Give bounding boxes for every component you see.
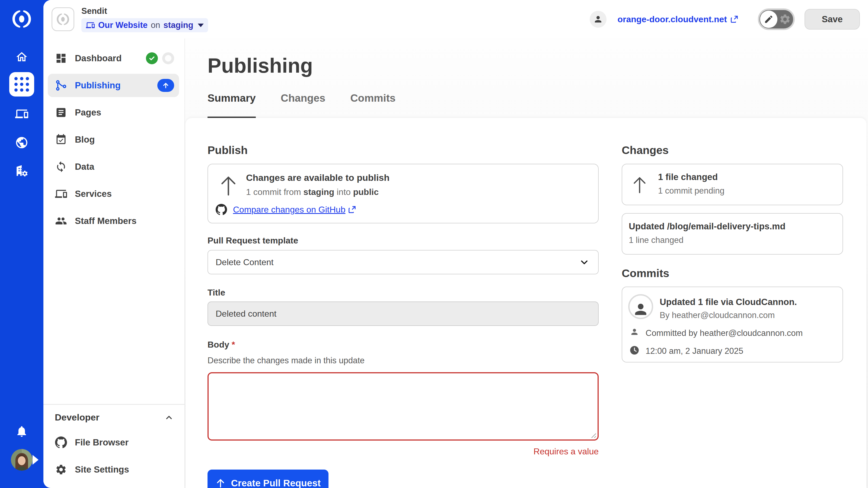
body-error-message: Requires a value bbox=[533, 447, 599, 457]
site-logo-badge bbox=[52, 7, 74, 31]
tab-summary[interactable]: Summary bbox=[208, 92, 256, 119]
developer-section-toggle[interactable]: Developer bbox=[55, 412, 174, 423]
person-icon bbox=[593, 14, 603, 24]
tab-changes[interactable]: Changes bbox=[281, 92, 326, 119]
publish-available-badge bbox=[157, 79, 174, 92]
pencil-icon bbox=[760, 10, 777, 28]
services-icon bbox=[55, 188, 67, 200]
chevron-right-icon[interactable] bbox=[33, 455, 38, 465]
commit-title: Updated 1 file via CloudCannon. bbox=[660, 297, 797, 307]
changed-file-card[interactable]: Updated /blog/email-delivery-tips.md 1 l… bbox=[622, 213, 843, 255]
sidebar-item-label: Blog bbox=[75, 134, 95, 145]
changes-heading: Changes bbox=[622, 144, 669, 157]
site-nav: Dashboard Publishing bbox=[43, 38, 185, 488]
publish-status-card: Changes are available to publish 1 commi… bbox=[208, 164, 599, 223]
body-label: Body * bbox=[208, 340, 235, 350]
up-arrow-icon bbox=[220, 174, 237, 197]
committed-by-text: Committed by heather@cloudcannon.com bbox=[646, 328, 803, 338]
external-link-icon bbox=[730, 15, 738, 23]
viewer-presence-avatar[interactable] bbox=[590, 11, 607, 28]
sidebar-item-label: Site Settings bbox=[75, 464, 129, 475]
globe-icon[interactable] bbox=[15, 136, 29, 150]
sidebar-item-staff-members[interactable]: Staff Members bbox=[48, 209, 179, 233]
sidebar-item-label: Publishing bbox=[75, 80, 121, 91]
apps-grid-icon[interactable] bbox=[9, 72, 34, 97]
sidebar-item-site-settings[interactable]: Site Settings bbox=[48, 458, 179, 481]
changed-file-title: Updated /blog/email-delivery-tips.md bbox=[629, 221, 785, 231]
chevron-down-icon bbox=[580, 258, 589, 267]
compare-changes-link[interactable]: Compare changes on GitHub bbox=[233, 205, 356, 215]
pages-icon bbox=[55, 106, 67, 119]
person-icon bbox=[630, 327, 639, 336]
company-settings-icon[interactable] bbox=[14, 164, 29, 177]
sidebar-item-blog[interactable]: Blog bbox=[48, 128, 179, 151]
chevron-up-icon bbox=[164, 413, 174, 422]
main-content: Publishing Summary Changes Commits Publi… bbox=[185, 38, 868, 488]
commit-author-avatar bbox=[628, 294, 653, 319]
page-title: Publishing bbox=[208, 54, 313, 77]
home-icon[interactable] bbox=[15, 51, 28, 63]
up-arrow-icon bbox=[632, 172, 647, 197]
site-logo-icon bbox=[56, 13, 70, 26]
top-bar: Sendit Our Website on staging orange-doo… bbox=[43, 0, 868, 38]
compare-changes-label: Compare changes on GitHub bbox=[233, 205, 345, 215]
sidebar-item-dashboard[interactable]: Dashboard bbox=[48, 46, 179, 70]
site-branch-selector[interactable]: Our Website on staging bbox=[82, 18, 208, 32]
summary-panel: Publish Changes are available to publish… bbox=[186, 118, 866, 488]
devices-icon[interactable] bbox=[14, 107, 29, 120]
body-textarea[interactable] bbox=[208, 372, 599, 441]
title-input-value: Deleted content bbox=[216, 309, 276, 319]
commit-author: By heather@cloudcannon.com bbox=[660, 311, 775, 320]
pending-ring-badge bbox=[162, 52, 174, 64]
tab-bar: Summary Changes Commits bbox=[208, 92, 396, 119]
sidebar-divider bbox=[43, 404, 184, 405]
gear-icon bbox=[55, 463, 67, 476]
publish-status-title: Changes are available to publish bbox=[246, 172, 390, 183]
caret-down-icon bbox=[198, 24, 204, 27]
check-badge bbox=[146, 52, 158, 64]
workflow-icon bbox=[55, 79, 67, 92]
developer-heading: Developer bbox=[55, 412, 99, 423]
title-label: Title bbox=[208, 288, 225, 298]
create-pull-request-button[interactable]: Create Pull Request bbox=[208, 469, 329, 488]
changes-summary-card: 1 file changed 1 commit pending bbox=[622, 164, 843, 205]
edit-settings-toggle[interactable] bbox=[758, 8, 795, 30]
cloudcannon-logo-icon bbox=[11, 9, 33, 29]
site-name: Sendit bbox=[82, 6, 208, 16]
workspace-shell: Sendit Our Website on staging orange-doo… bbox=[43, 0, 868, 488]
changes-summary-sub: 1 commit pending bbox=[658, 186, 724, 196]
commit-card: Updated 1 file via CloudCannon. By heath… bbox=[622, 287, 843, 362]
bell-icon[interactable] bbox=[15, 425, 28, 438]
sync-icon bbox=[55, 161, 67, 173]
sidebar-item-label: Dashboard bbox=[75, 53, 122, 63]
up-arrow-icon bbox=[215, 478, 226, 488]
template-selected-value: Delete Content bbox=[216, 257, 273, 267]
tab-commits[interactable]: Commits bbox=[350, 92, 396, 119]
sidebar-item-services[interactable]: Services bbox=[48, 182, 179, 205]
preview-url-link[interactable]: orange-door.cloudvent.net bbox=[617, 14, 738, 24]
template-select[interactable]: Delete Content bbox=[208, 250, 599, 274]
title-input[interactable]: Deleted content bbox=[208, 301, 599, 326]
people-icon bbox=[55, 215, 67, 227]
check-icon bbox=[148, 55, 155, 62]
required-asterisk: * bbox=[231, 340, 235, 350]
github-icon bbox=[55, 436, 67, 449]
save-button[interactable]: Save bbox=[805, 9, 860, 30]
sidebar-item-file-browser[interactable]: File Browser bbox=[48, 431, 179, 454]
sidebar-item-pages[interactable]: Pages bbox=[48, 101, 179, 124]
changed-file-sub: 1 line changed bbox=[629, 235, 684, 245]
avatar[interactable] bbox=[11, 449, 33, 470]
selector-connector: on bbox=[151, 20, 160, 30]
sidebar-item-label: File Browser bbox=[75, 437, 129, 448]
publish-status-subtitle: 1 commit from staging into public bbox=[246, 187, 379, 197]
body-help-text: Describe the changes made in this update bbox=[208, 356, 365, 365]
clock-icon bbox=[629, 345, 640, 355]
preview-url: orange-door.cloudvent.net bbox=[617, 14, 727, 24]
dashboard-icon bbox=[55, 52, 67, 65]
sidebar-item-publishing[interactable]: Publishing bbox=[48, 74, 179, 97]
sidebar-item-data[interactable]: Data bbox=[48, 155, 179, 178]
create-pull-request-label: Create Pull Request bbox=[231, 478, 321, 488]
selected-branch: staging bbox=[163, 20, 193, 30]
changes-summary-title: 1 file changed bbox=[658, 172, 718, 182]
person-icon bbox=[632, 301, 649, 318]
